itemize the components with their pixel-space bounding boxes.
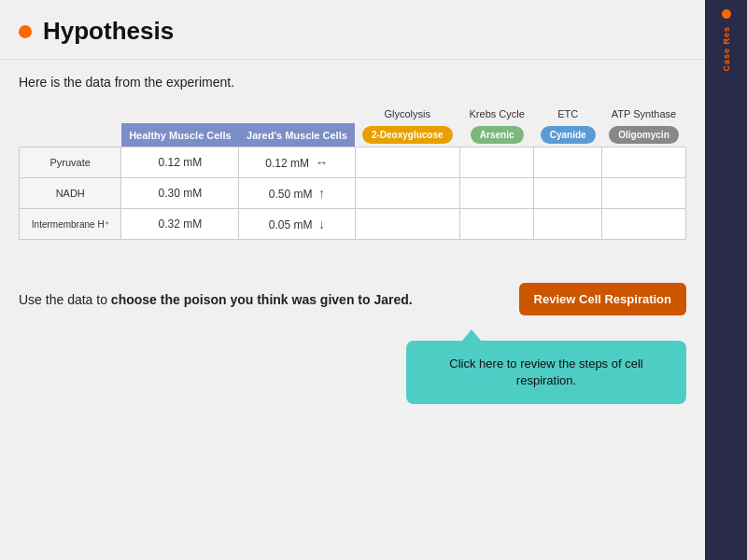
sidebar-label: Case Res — [722, 26, 731, 72]
tooltip-arrow — [462, 329, 481, 341]
pyruvate-jared: 0.12 mM ↔ — [239, 147, 355, 178]
nadh-jared: 0.50 mM ↑ — [239, 178, 355, 209]
intermembrane-oligomycin — [602, 209, 686, 240]
tooltip-box[interactable]: Click here to review the steps of cell r… — [406, 341, 686, 404]
main-content: Hypothesis Here is the data from the exp… — [0, 0, 705, 560]
pyruvate-row: Pyruvate 0.12 mM 0.12 mM ↔ — [20, 147, 686, 178]
bottom-section: Use the data to choose the poison you th… — [0, 273, 705, 325]
sidebar-dot — [722, 9, 731, 19]
pill-arsenic-th: Arsenic — [460, 123, 534, 147]
krebs-label: Krebs Cycle — [460, 105, 534, 123]
nadh-healthy: 0.30 mM — [121, 178, 239, 209]
pyruvate-oligomycin — [602, 147, 686, 178]
etc-label: ETC — [534, 105, 602, 123]
intermembrane-cyanide — [534, 209, 602, 240]
pyruvate-healthy: 0.12 mM — [121, 147, 239, 178]
nadh-arrow: ↑ — [318, 186, 325, 201]
instruction-text: Use the data to choose the poison you th… — [19, 292, 500, 307]
pyruvate-cyanide — [534, 147, 602, 178]
empty-th-1 — [20, 105, 121, 123]
glycolysis-label: Glycolysis — [355, 105, 459, 123]
header: Hypothesis — [0, 0, 705, 60]
pill-cyanide[interactable]: Cyanide — [541, 126, 596, 144]
pyruvate-2deoxy — [355, 147, 459, 178]
intermembrane-2deoxy — [355, 209, 459, 240]
experiment-table: Glycolysis Krebs Cycle ETC ATP Synthase … — [19, 105, 686, 240]
instruction-bold: choose the poison you think was given to… — [111, 292, 413, 307]
data-table-container: Glycolysis Krebs Cycle ETC ATP Synthase … — [19, 105, 686, 240]
nadh-label: NADH — [20, 178, 121, 209]
pill-2deoxyglucose[interactable]: 2-Deoxyglucose — [362, 126, 453, 144]
intermembrane-arsenic — [460, 209, 534, 240]
col-header-jared: Jared's Muscle Cells — [239, 123, 355, 147]
tooltip-container: Click here to review the steps of cell r… — [406, 329, 686, 404]
pill-oligomycin[interactable]: Oligomycin — [609, 126, 678, 144]
pill-oligomycin-th: Oligomycin — [602, 123, 686, 147]
pyruvate-label: Pyruvate — [20, 147, 121, 178]
page-title: Hypothesis — [43, 17, 174, 46]
pills-row: Healthy Muscle Cells Jared's Muscle Cell… — [20, 123, 686, 147]
review-cell-respiration-button[interactable]: Review Cell Respiration — [519, 283, 686, 315]
hypothesis-dot — [19, 25, 32, 38]
category-header-row: Glycolysis Krebs Cycle ETC ATP Synthase — [20, 105, 686, 123]
intermembrane-row: Intermembrane H⁺ 0.32 mM 0.05 mM ↓ — [20, 209, 686, 240]
col-header-healthy: Healthy Muscle Cells — [121, 123, 239, 147]
intro-text: Here is the data from the experiment. — [19, 75, 686, 90]
empty-th-3 — [239, 105, 355, 123]
pyruvate-arrow: ↔ — [316, 155, 329, 170]
pill-cyanide-th: Cyanide — [534, 123, 602, 147]
right-sidebar: Case Res — [705, 0, 747, 560]
nadh-oligomycin — [602, 178, 686, 209]
nadh-arsenic — [460, 178, 534, 209]
empty-th-2 — [121, 105, 239, 123]
nadh-cyanide — [534, 178, 602, 209]
intermembrane-healthy: 0.32 mM — [121, 209, 239, 240]
empty-pill-th-1 — [20, 123, 121, 147]
tooltip-text: Click here to review the steps of cell r… — [449, 357, 642, 387]
intermembrane-arrow: ↓ — [318, 217, 325, 231]
pill-arsenic[interactable]: Arsenic — [471, 126, 524, 144]
atp-synthase-label: ATP Synthase — [602, 105, 686, 123]
nadh-row: NADH 0.30 mM 0.50 mM ↑ — [20, 178, 686, 209]
intermembrane-label: Intermembrane H⁺ — [20, 209, 121, 240]
nadh-2deoxy — [355, 178, 459, 209]
pyruvate-arsenic — [460, 147, 534, 178]
content-body: Here is the data from the experiment. Gl… — [0, 60, 705, 273]
pill-2deoxy-th: 2-Deoxyglucose — [355, 123, 459, 147]
intermembrane-jared: 0.05 mM ↓ — [239, 209, 355, 240]
